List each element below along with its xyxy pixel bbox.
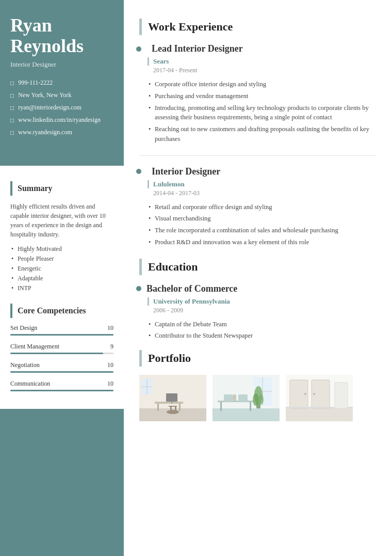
competency-value: 10 bbox=[107, 361, 113, 369]
resume-container: Ryan Reynolds Interior Designer □ 999-11… bbox=[0, 0, 392, 556]
competency-bar-fill bbox=[10, 353, 103, 354]
location-icon: □ bbox=[10, 92, 14, 100]
summary-title: Summary bbox=[18, 184, 53, 193]
svg-rect-10 bbox=[166, 393, 177, 402]
competency-label: Set Design bbox=[10, 324, 37, 332]
competency-bar-bg bbox=[10, 334, 113, 336]
competency-client-management: Client Management 9 bbox=[10, 343, 113, 354]
svg-rect-30 bbox=[238, 394, 248, 402]
competency-label: Communication bbox=[10, 380, 50, 388]
university-name: University of Pennsylvania bbox=[148, 297, 377, 306]
education-bar bbox=[139, 259, 142, 275]
portfolio-bar bbox=[139, 350, 142, 367]
svg-rect-29 bbox=[224, 394, 233, 402]
education-header: Education bbox=[139, 259, 377, 275]
portfolio-header: Portfolio bbox=[139, 350, 377, 367]
svg-point-26 bbox=[253, 393, 259, 406]
list-item: Introducing, promoting and selling key t… bbox=[148, 102, 377, 124]
work-experience-bar bbox=[139, 19, 142, 35]
candidate-name: Ryan Reynolds bbox=[10, 15, 113, 56]
job-title-2: Interior Designer bbox=[148, 166, 377, 177]
competency-negotiation: Negotiation 10 bbox=[10, 361, 113, 373]
summary-traits-list: Highly Motivated People Pleaser Energeti… bbox=[10, 244, 113, 293]
portfolio-images bbox=[139, 375, 377, 421]
sidebar: Ryan Reynolds Interior Designer □ 999-11… bbox=[0, 0, 124, 556]
main-content: Work Experience Lead Interior Designer S… bbox=[124, 0, 392, 556]
edu-bullets: Captain of the Debate Team Contributor t… bbox=[148, 319, 377, 342]
svg-rect-39 bbox=[335, 383, 348, 408]
job-dates-2: 2014-04 - 2017-03 bbox=[148, 189, 377, 197]
contact-location: □ New York, New York bbox=[10, 91, 113, 100]
list-item: Corporate office interior design and sty… bbox=[148, 78, 377, 90]
competency-value: 10 bbox=[107, 380, 113, 388]
email-icon: □ bbox=[10, 104, 14, 112]
sidebar-arrow-container bbox=[0, 151, 124, 166]
education-title: Education bbox=[148, 260, 198, 274]
svg-rect-3 bbox=[155, 402, 183, 404]
competency-label: Negotiation bbox=[10, 361, 40, 369]
svg-rect-22 bbox=[220, 402, 222, 411]
competency-bar-bg bbox=[10, 390, 113, 391]
svg-rect-32 bbox=[286, 408, 353, 421]
svg-rect-11 bbox=[171, 402, 172, 404]
competencies-section-header: Core Competencies bbox=[10, 304, 113, 318]
divider-1 bbox=[139, 155, 377, 156]
list-item: Reaching out to new customers and drafti… bbox=[148, 123, 377, 145]
contact-website: □ www.ryandesign.com bbox=[10, 129, 113, 137]
list-item: Energetic bbox=[10, 264, 113, 274]
job-bullets-1: Corporate office interior design and sty… bbox=[148, 78, 377, 145]
summary-section-header: Summary bbox=[10, 181, 113, 196]
svg-rect-16 bbox=[213, 408, 280, 421]
svg-rect-7 bbox=[169, 406, 177, 407]
list-item: INTP bbox=[10, 283, 113, 293]
competency-communication: Communication 10 bbox=[10, 380, 113, 391]
svg-point-35 bbox=[304, 393, 306, 395]
edu-degree: Bachelor of Commerce bbox=[148, 283, 377, 294]
company-name-2: Lululemon bbox=[148, 180, 377, 188]
svg-rect-23 bbox=[250, 402, 251, 411]
job-interior-designer: Interior Designer Lululemon 2014-04 - 20… bbox=[139, 166, 377, 248]
competency-label: Client Management bbox=[10, 343, 59, 351]
contact-linkedin: □ www.linkedin.com/in/ryandesign bbox=[10, 116, 113, 124]
job-title-1: Lead Interior Designer bbox=[148, 43, 377, 54]
list-item: The role incorporated a combination of s… bbox=[148, 225, 377, 236]
svg-point-6 bbox=[167, 410, 179, 414]
competency-value: 10 bbox=[107, 324, 113, 332]
candidate-title: Interior Designer bbox=[10, 60, 113, 69]
contact-email: □ ryan@interiordesign.com bbox=[10, 104, 113, 112]
summary-bar bbox=[10, 181, 12, 196]
portfolio-image-3 bbox=[286, 375, 353, 421]
svg-rect-4 bbox=[157, 404, 159, 411]
competency-bar-bg bbox=[10, 353, 113, 354]
list-item: Visual merchandising bbox=[148, 213, 377, 225]
svg-rect-5 bbox=[179, 404, 181, 411]
contact-phone: □ 999-111-2222 bbox=[10, 79, 113, 87]
work-experience-title: Work Experience bbox=[148, 20, 233, 34]
competency-bar-fill bbox=[10, 334, 113, 336]
list-item: Adaptable bbox=[10, 274, 113, 283]
job-bullet-icon bbox=[136, 46, 141, 52]
job-bullet-icon bbox=[136, 169, 141, 174]
list-item: Contributor to the Student Newspaper bbox=[148, 330, 377, 342]
list-item: Captain of the Debate Team bbox=[148, 319, 377, 330]
list-item: Retail and corporate office design and s… bbox=[148, 201, 377, 213]
phone-icon: □ bbox=[10, 80, 14, 87]
portfolio-image-2 bbox=[213, 375, 280, 421]
company-name-1: Sears bbox=[148, 57, 377, 66]
list-item: Purchasing and vendor management bbox=[148, 90, 377, 102]
svg-rect-21 bbox=[218, 401, 254, 402]
portfolio-title: Portfolio bbox=[148, 352, 191, 365]
competencies-bar bbox=[10, 304, 12, 318]
work-experience-header: Work Experience bbox=[139, 19, 377, 35]
svg-point-27 bbox=[258, 394, 264, 405]
job-bullets-2: Retail and corporate office design and s… bbox=[148, 201, 377, 248]
competency-value: 9 bbox=[110, 343, 113, 351]
website-icon: □ bbox=[10, 129, 14, 137]
sidebar-arrow bbox=[0, 151, 124, 166]
job-dates-1: 2017-04 - Present bbox=[148, 67, 377, 74]
competency-set-design: Set Design 10 bbox=[10, 324, 113, 336]
svg-rect-9 bbox=[175, 407, 176, 412]
list-item: Highly Motivated bbox=[10, 244, 113, 254]
summary-text: Highly efficient results driven and capa… bbox=[10, 202, 113, 239]
job-lead-designer: Lead Interior Designer Sears 2017-04 - P… bbox=[139, 43, 377, 145]
